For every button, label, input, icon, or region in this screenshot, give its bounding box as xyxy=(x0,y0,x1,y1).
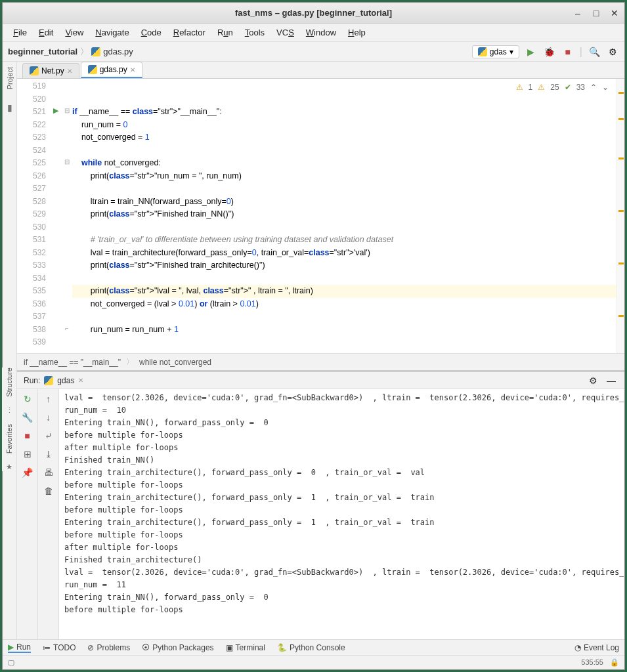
python-file-icon xyxy=(30,66,39,75)
layout-icon[interactable]: ⊞ xyxy=(20,447,35,461)
menu-run[interactable]: Run xyxy=(212,26,238,39)
lock-icon[interactable]: 🔒 xyxy=(610,658,619,667)
stop-icon[interactable]: ■ xyxy=(20,429,35,443)
python-file-icon xyxy=(478,47,487,56)
maximize-button[interactable]: □ xyxy=(590,7,602,19)
editor-tabs: Net.py ✕ gdas.py ✕ xyxy=(17,62,624,79)
code-breadcrumb[interactable]: if __name__ == "__main__" 〉 while not_co… xyxy=(17,353,624,370)
search-icon[interactable]: 🔍 xyxy=(588,45,601,58)
bottom-toolbar: ▶Run ≔TODO ⊘Problems ⦿Python Packages ▣T… xyxy=(3,639,624,655)
tab-gdas-py[interactable]: gdas.py ✕ xyxy=(81,62,142,78)
tool-terminal[interactable]: ▣Terminal xyxy=(226,643,265,652)
tool-python-console[interactable]: 🐍Python Console xyxy=(277,643,345,652)
breadcrumb-file[interactable]: gdas.py xyxy=(103,47,133,56)
status-bar: ▢ 535:55 🔒 xyxy=(3,655,624,669)
run-settings-icon[interactable]: ⚙ xyxy=(586,374,599,387)
line-gutter[interactable]: 5195205215225235245255265275285295305315… xyxy=(17,79,50,353)
stop-icon[interactable]: ■ xyxy=(561,45,574,58)
event-log[interactable]: ◔Event Log xyxy=(574,643,619,652)
menu-code[interactable]: Code xyxy=(136,26,167,39)
tab-net-py[interactable]: Net.py ✕ xyxy=(22,63,79,78)
minimize-button[interactable]: – xyxy=(572,7,584,19)
menu-view[interactable]: View xyxy=(60,26,89,39)
scroll-end-icon[interactable]: ⤓ xyxy=(41,447,56,461)
hide-panel-icon[interactable]: — xyxy=(605,374,618,387)
chevron-down-icon[interactable]: ⌄ xyxy=(602,83,609,92)
run-toolbar-right: ↑ ↓ ⤶ ⤓ 🖶 🗑 xyxy=(38,389,59,639)
window-title: fast_nms – gdas.py [beginner_tutorial] xyxy=(235,8,392,18)
menu-refactor[interactable]: Refactor xyxy=(168,26,211,39)
run-icon[interactable]: ▶ xyxy=(525,45,538,58)
python-file-icon xyxy=(91,47,100,56)
titlebar: fast_nms – gdas.py [beginner_tutorial] –… xyxy=(3,3,624,24)
run-toolbar-left: ↻ 🔧 ■ ⊞ 📌 xyxy=(17,389,38,639)
run-label: Run: xyxy=(24,376,40,385)
navbar: beginner_tutorial 〉 gdas.py gdas ▾ ▶ 🐞 ■… xyxy=(3,42,624,62)
marker-stripe[interactable] xyxy=(616,79,624,353)
pin-icon[interactable]: 📌 xyxy=(20,465,35,480)
menubar: File Edit View Navigate Code Refactor Ru… xyxy=(3,24,624,42)
code-editor[interactable]: ⚠1 ⚠25 ✔33 ⌃ ⌄ 5195205215225235245255265… xyxy=(17,79,624,353)
wrench-icon[interactable]: 🔧 xyxy=(20,410,35,425)
rerun-icon[interactable]: ↻ xyxy=(20,392,35,406)
soft-wrap-icon[interactable]: ⤶ xyxy=(41,429,56,443)
sidebar-project-tab[interactable]: Project xyxy=(6,67,14,89)
print-icon[interactable]: 🖶 xyxy=(41,465,56,480)
caret-position[interactable]: 535:55 xyxy=(581,658,603,667)
menu-tools[interactable]: Tools xyxy=(240,26,270,39)
menu-edit[interactable]: Edit xyxy=(33,26,58,39)
menu-help[interactable]: Help xyxy=(343,26,371,39)
close-button[interactable]: ✕ xyxy=(609,7,620,19)
menu-file[interactable]: File xyxy=(8,26,32,39)
chevron-down-icon: ▾ xyxy=(509,47,513,56)
run-marker-gutter: ▶ xyxy=(50,79,62,353)
menu-navigate[interactable]: Navigate xyxy=(90,26,134,39)
console-output[interactable]: lval = tensor(2.3026, device='cuda:0', g… xyxy=(59,389,624,639)
sidebar-structure-tab[interactable]: Structure xyxy=(5,368,13,397)
tool-problems[interactable]: ⊘Problems xyxy=(87,643,130,652)
run-config-combo[interactable]: gdas ▾ xyxy=(472,45,519,58)
menu-window[interactable]: Window xyxy=(301,26,341,39)
breadcrumb[interactable]: beginner_tutorial 〉 gdas.py xyxy=(8,46,133,58)
sidebar-favorites-tab[interactable]: Favorites xyxy=(5,424,13,453)
fold-gutter[interactable]: ⊟⊟⌐ xyxy=(62,79,72,353)
settings-icon[interactable]: ⚙ xyxy=(606,45,619,58)
tool-run[interactable]: ▶Run xyxy=(8,642,31,653)
inspections-widget[interactable]: ⚠1 ⚠25 ✔33 ⌃ ⌄ xyxy=(513,81,611,93)
status-left-icon[interactable]: ▢ xyxy=(8,658,14,667)
left-tool-strip: Project ▮ xyxy=(3,62,17,639)
folder-icon: ▮ xyxy=(7,102,12,113)
app-window: fast_nms – gdas.py [beginner_tutorial] –… xyxy=(2,2,625,670)
menu-vcs[interactable]: VCS xyxy=(271,26,299,39)
tool-todo[interactable]: ≔TODO xyxy=(43,643,76,652)
python-file-icon xyxy=(44,376,53,385)
breadcrumb-sep: 〉 xyxy=(80,46,89,58)
down-icon[interactable]: ↓ xyxy=(41,410,56,425)
python-file-icon xyxy=(88,65,97,74)
close-tab-icon[interactable]: ✕ xyxy=(130,66,135,74)
code-content[interactable]: if __name__ == class="str">"__main__": r… xyxy=(72,79,624,353)
tool-python-packages[interactable]: ⦿Python Packages xyxy=(142,643,213,652)
debug-icon[interactable]: 🐞 xyxy=(543,45,556,58)
trash-icon[interactable]: 🗑 xyxy=(41,484,56,498)
chevron-up-icon[interactable]: ⌃ xyxy=(590,83,597,92)
up-icon[interactable]: ↑ xyxy=(41,392,56,406)
close-run-tab-icon[interactable]: ✕ xyxy=(78,377,83,384)
close-tab-icon[interactable]: ✕ xyxy=(67,68,72,75)
run-tool-window: Run: gdas ✕ ⚙ — ↻ 🔧 ■ ⊞ xyxy=(17,370,624,639)
breadcrumb-project[interactable]: beginner_tutorial xyxy=(8,47,77,56)
